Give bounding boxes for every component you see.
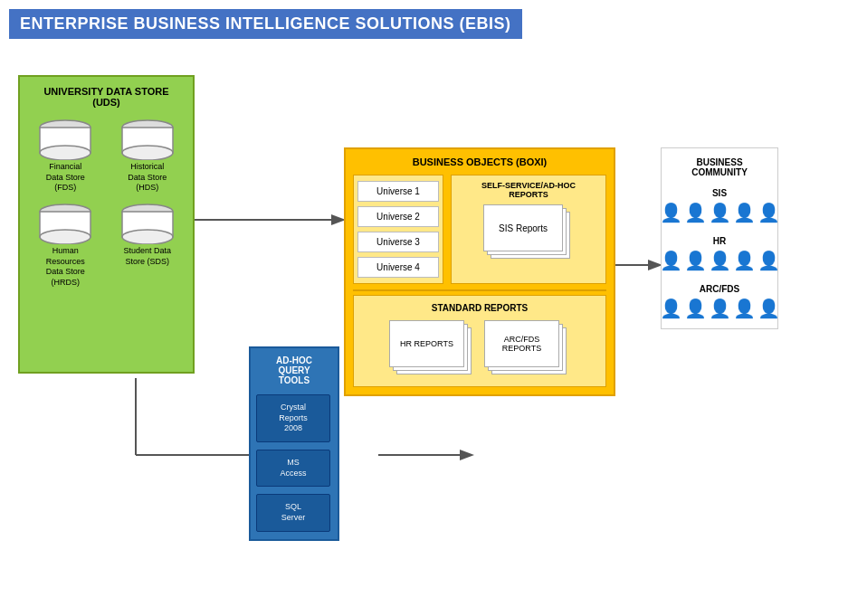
hds-label: HistoricalData Store(HDS)	[128, 162, 167, 194]
boxi-box: BUSINESS OBJECTS (BOXI) Universe 1 Unive…	[344, 147, 615, 396]
person-icon-15: 👤	[757, 298, 780, 319]
person-icon-9: 👤	[733, 250, 756, 271]
community-title: BUSINESSCOMMUNITY	[669, 157, 770, 177]
fds-label: FinancialData Store(FDS)	[46, 162, 85, 194]
uds-title: UNIVERSITY DATA STORE(UDS)	[29, 86, 184, 108]
person-icon-6: 👤	[660, 250, 682, 271]
arcfds-group: ARC/FDS 👤 👤 👤 👤 👤	[669, 284, 770, 319]
sds-label: Student DataStore (SDS)	[123, 246, 171, 267]
universe-2: Universe 2	[357, 206, 439, 227]
standard-reports-section: STANDARD REPORTS HR REPORTS ARC/FDSREPOR…	[353, 295, 606, 387]
hrds-label: HumanResourcesData Store(HRDS)	[46, 246, 85, 289]
person-icon-4: 👤	[733, 202, 756, 223]
self-service-section: SELF-SERVICE/AD-HOCREPORTS SIS Reports	[451, 175, 606, 284]
hds-datastore: HistoricalData Store(HDS)	[111, 118, 185, 194]
page-title: ENTERPRISE BUSINESS INTELLIGENCE SOLUTIO…	[9, 9, 522, 39]
sis-group: SIS 👤 👤 👤 👤 👤	[669, 188, 770, 223]
hds-cylinder-icon	[120, 118, 175, 160]
uds-box: UNIVERSITY DATA STORE(UDS) FinancialData…	[18, 75, 195, 374]
sis-reports-paper: SIS Reports	[483, 204, 563, 251]
adhoc-title: AD-HOCQUERYTOOLS	[256, 355, 332, 385]
hr-group: HR 👤 👤 👤 👤 👤	[669, 236, 770, 271]
hrds-datastore: HumanResourcesData Store(HRDS)	[29, 203, 102, 289]
self-service-title: SELF-SERVICE/AD-HOCREPORTS	[455, 181, 602, 199]
hr-reports-paper: HR REPORTS	[389, 320, 464, 367]
crystal-reports-tool: CrystalReports2008	[256, 394, 330, 442]
sis-label: SIS	[669, 188, 770, 198]
fds-datastore: FinancialData Store(FDS)	[29, 118, 102, 194]
person-icon-11: 👤	[660, 298, 682, 319]
person-icon-5: 👤	[757, 202, 780, 223]
sds-datastore: Student DataStore (SDS)	[111, 203, 185, 289]
person-icon-1: 👤	[660, 202, 682, 223]
hrds-cylinder-icon	[38, 203, 92, 244]
business-community-box: BUSINESSCOMMUNITY SIS 👤 👤 👤 👤 👤 HR 👤 👤 👤…	[661, 147, 778, 329]
universe-1: Universe 1	[357, 181, 439, 202]
svg-point-13	[40, 230, 91, 244]
svg-point-16	[122, 230, 173, 244]
person-icon-13: 👤	[709, 298, 731, 319]
person-icon-10: 👤	[757, 250, 780, 271]
universes-panel: Universe 1 Universe 2 Universe 3 Univers…	[353, 175, 443, 284]
person-icon-12: 👤	[684, 298, 707, 319]
fds-cylinder-icon	[38, 118, 92, 160]
sql-server-tool: SQLServer	[256, 494, 330, 531]
sds-cylinder-icon	[120, 203, 175, 244]
person-icon-3: 👤	[709, 202, 731, 223]
adhoc-box: AD-HOCQUERYTOOLS CrystalReports2008 MSAc…	[249, 346, 339, 541]
ms-access-tool: MSAccess	[256, 450, 330, 487]
person-icon-7: 👤	[684, 250, 707, 271]
arcfds-label: ARC/FDS	[669, 284, 770, 294]
person-icon-14: 👤	[733, 298, 756, 319]
svg-point-10	[122, 146, 173, 160]
universe-4: Universe 4	[357, 257, 439, 278]
arcfds-reports-paper: ARC/FDSREPORTS	[484, 320, 559, 367]
person-icon-2: 👤	[684, 202, 707, 223]
boxi-title: BUSINESS OBJECTS (BOXI)	[353, 156, 606, 167]
universe-3: Universe 3	[357, 232, 439, 252]
svg-point-7	[40, 146, 91, 160]
hr-label: HR	[669, 236, 770, 246]
person-icon-8: 👤	[709, 250, 731, 271]
standard-reports-title: STANDARD REPORTS	[359, 303, 600, 313]
